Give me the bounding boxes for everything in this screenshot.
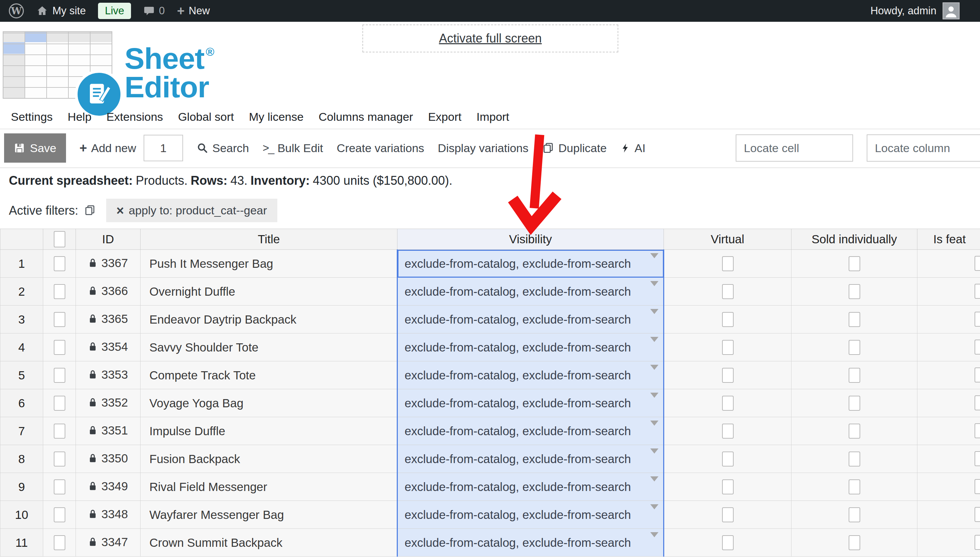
title-cell[interactable]: Rival Field Messenger [140, 473, 397, 501]
sold-individually-checkbox[interactable] [849, 479, 860, 494]
visibility-cell[interactable]: exclude-from-catalog, exclude-from-searc… [397, 417, 664, 445]
remove-filter-icon[interactable]: × [116, 204, 124, 217]
column-header-virtual[interactable]: Virtual [664, 229, 791, 250]
title-cell[interactable]: Overnight Duffle [140, 278, 397, 306]
sold-individually-checkbox[interactable] [849, 507, 860, 522]
row-number[interactable]: 6 [0, 389, 43, 417]
virtual-checkbox[interactable] [722, 507, 734, 522]
row-number[interactable]: 10 [0, 501, 43, 529]
row-number[interactable]: 3 [0, 306, 43, 334]
id-cell[interactable]: 3350 [76, 445, 140, 473]
row-number[interactable]: 2 [0, 278, 43, 306]
title-cell[interactable]: Impulse Duffle [140, 417, 397, 445]
title-cell[interactable]: Push It Messenger Bag [140, 250, 397, 278]
sold-individually-checkbox[interactable] [849, 284, 860, 299]
id-cell[interactable]: 3354 [76, 334, 140, 362]
id-cell[interactable]: 3348 [76, 501, 140, 529]
copy-filters-icon[interactable] [83, 204, 97, 217]
visibility-cell[interactable]: exclude-from-catalog, exclude-from-searc… [397, 278, 664, 306]
my-site-link[interactable]: My site [36, 5, 86, 17]
row-checkbox[interactable] [54, 479, 65, 494]
id-cell[interactable]: 3367 [76, 250, 140, 278]
sold-individually-checkbox[interactable] [849, 396, 860, 411]
virtual-checkbox[interactable] [722, 423, 734, 438]
menu-item-settings[interactable]: Settings [11, 110, 53, 124]
title-cell[interactable]: Endeavor Daytrip Backpack [140, 306, 397, 334]
virtual-checkbox[interactable] [722, 368, 734, 383]
row-checkbox[interactable] [54, 368, 65, 383]
row-checkbox[interactable] [54, 396, 65, 411]
sold-individually-checkbox[interactable] [849, 312, 860, 327]
visibility-cell[interactable]: exclude-from-catalog, exclude-from-searc… [397, 334, 664, 362]
virtual-checkbox[interactable] [722, 312, 734, 327]
is-featured-checkbox[interactable] [975, 340, 980, 355]
column-header-sold-individually[interactable]: Sold individually [791, 229, 917, 250]
add-new-button[interactable]: + Add new [80, 142, 137, 155]
visibility-cell[interactable]: exclude-from-catalog, exclude-from-searc… [397, 362, 664, 389]
dropdown-arrow-icon[interactable] [650, 365, 658, 370]
menu-item-help[interactable]: Help [68, 110, 91, 124]
bulk-edit-button[interactable]: >_ Bulk Edit [263, 142, 323, 155]
column-header-id[interactable]: ID [76, 229, 140, 250]
title-cell[interactable]: Compete Track Tote [140, 362, 397, 389]
avatar[interactable] [943, 2, 960, 20]
dropdown-arrow-icon[interactable] [650, 476, 658, 482]
title-cell[interactable]: Savvy Shoulder Tote [140, 334, 397, 362]
menu-item-import[interactable]: Import [476, 110, 509, 124]
title-cell[interactable]: Voyage Yoga Bag [140, 389, 397, 417]
menu-item-extensions[interactable]: Extensions [106, 110, 163, 124]
sold-individually-checkbox[interactable] [849, 451, 860, 466]
visibility-cell[interactable]: exclude-from-catalog, exclude-from-searc… [397, 306, 664, 334]
search-button[interactable]: Search [197, 142, 249, 155]
row-checkbox[interactable] [54, 507, 65, 522]
menu-item-global-sort[interactable]: Global sort [178, 110, 234, 124]
row-number[interactable]: 4 [0, 334, 43, 362]
row-checkbox[interactable] [54, 451, 65, 466]
sold-individually-checkbox[interactable] [849, 535, 860, 550]
row-checkbox[interactable] [54, 312, 65, 327]
display-variations-button[interactable]: Display variations [438, 142, 529, 155]
virtual-checkbox[interactable] [722, 451, 734, 466]
id-cell[interactable]: 3366 [76, 278, 140, 306]
column-header-title[interactable]: Title [140, 229, 397, 250]
new-content-link[interactable]: + New [177, 5, 210, 17]
dropdown-arrow-icon[interactable] [650, 309, 658, 314]
add-new-count-input[interactable] [143, 135, 183, 161]
title-cell[interactable]: Fusion Backpack [140, 445, 397, 473]
visibility-cell[interactable]: exclude-from-catalog, exclude-from-searc… [397, 473, 664, 501]
virtual-checkbox[interactable] [722, 396, 734, 411]
is-featured-checkbox[interactable] [975, 479, 980, 494]
filter-chip[interactable]: × apply to: product_cat--gear [106, 199, 277, 222]
id-cell[interactable]: 3365 [76, 306, 140, 334]
title-cell[interactable]: Crown Summit Backpack [140, 529, 397, 557]
howdy-text[interactable]: Howdy, admin [871, 5, 936, 17]
dropdown-arrow-icon[interactable] [650, 281, 658, 286]
id-cell[interactable]: 3349 [76, 473, 140, 501]
is-featured-checkbox[interactable] [975, 396, 980, 410]
row-checkbox[interactable] [54, 284, 65, 299]
ai-button[interactable]: AI [620, 142, 646, 155]
visibility-cell[interactable]: exclude-from-catalog, exclude-from-searc… [397, 389, 664, 417]
sold-individually-checkbox[interactable] [849, 340, 860, 355]
column-header-is-featured[interactable]: Is feat [917, 229, 980, 250]
is-featured-checkbox[interactable] [975, 507, 980, 522]
virtual-checkbox[interactable] [722, 479, 734, 494]
sold-individually-checkbox[interactable] [849, 423, 860, 438]
menu-item-export[interactable]: Export [428, 110, 461, 124]
locate-column-input[interactable] [867, 134, 980, 161]
is-featured-checkbox[interactable] [975, 284, 980, 299]
row-checkbox[interactable] [54, 256, 65, 271]
is-featured-checkbox[interactable] [975, 368, 980, 383]
virtual-checkbox[interactable] [722, 535, 734, 550]
id-cell[interactable]: 3352 [76, 389, 140, 417]
dropdown-arrow-icon[interactable] [650, 253, 658, 258]
id-cell[interactable]: 3353 [76, 362, 140, 389]
column-header-visibility[interactable]: Visibility [397, 229, 664, 250]
comments-link[interactable]: 0 [143, 5, 165, 17]
row-checkbox[interactable] [54, 340, 65, 355]
sold-individually-checkbox[interactable] [849, 368, 860, 383]
row-number[interactable]: 9 [0, 473, 43, 501]
id-cell[interactable]: 3347 [76, 529, 140, 557]
dropdown-arrow-icon[interactable] [650, 532, 658, 537]
dropdown-arrow-icon[interactable] [650, 393, 658, 398]
